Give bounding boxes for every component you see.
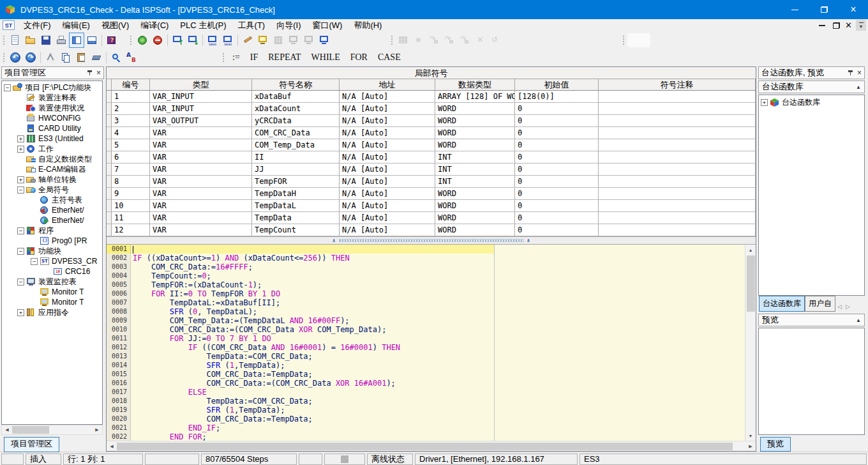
table-row[interactable]: 3VAR_OUTPUTyCRCDataN/A [Auto]WORD0 [107, 115, 756, 127]
table-editor-splitter[interactable]: ∧ ∧ [107, 236, 756, 245]
code-line[interactable]: 0011 FOR JJ:=0 TO 7 BY 1 DO [107, 334, 745, 343]
cell[interactable]: 0 [515, 115, 599, 126]
cell[interactable]: 5 [112, 139, 150, 151]
tree-item-10[interactable]: +轴单位转换 [2, 174, 102, 185]
cell[interactable]: VAR [150, 127, 252, 139]
expander-icon[interactable]: + [761, 99, 768, 106]
toolbar-overflow-button[interactable]: ▼ [856, 20, 866, 31]
pin-icon[interactable] [848, 70, 853, 76]
toolbar-grip[interactable] [130, 35, 132, 45]
cell[interactable]: INT [435, 151, 515, 163]
refresh-monitor-button[interactable] [317, 33, 332, 48]
code-text[interactable]: TempFOR:=(xDataCount-1); [131, 280, 262, 289]
cam-chart-button[interactable] [396, 33, 411, 48]
rotate-step-3-button[interactable] [457, 33, 472, 48]
cell[interactable]: N/A [Auto] [340, 127, 435, 139]
simulator-stop-button[interactable] [150, 33, 165, 48]
edit-mode-pen-button[interactable] [240, 33, 255, 48]
expander-icon[interactable]: + [17, 176, 24, 183]
menu-item-1[interactable]: 文件(F) [18, 20, 57, 31]
print-button[interactable] [54, 33, 69, 48]
expander-icon[interactable]: + [17, 146, 24, 153]
code-text[interactable]: END_FOR; [131, 432, 207, 441]
cell[interactable] [599, 164, 756, 175]
cell[interactable]: WORD [435, 200, 515, 211]
view-output-panel-button[interactable] [84, 33, 100, 48]
cell[interactable]: VAR [150, 200, 252, 211]
table-row[interactable]: 7VARJJN/A [Auto]INT0 [107, 164, 756, 176]
menu-item-8[interactable]: 窗口(W) [306, 20, 348, 31]
code-line[interactable]: 0007 TempDataL:=xDataBuf[II]; [107, 298, 745, 307]
help-book-button[interactable] [104, 33, 119, 48]
cell[interactable]: N/A [Auto] [340, 224, 435, 236]
menu-item-3[interactable]: 视图(V) [96, 20, 135, 31]
mdi-minimize-button[interactable] [816, 22, 828, 29]
cell[interactable]: TempDataH [252, 188, 340, 199]
cell[interactable]: WORD [435, 212, 515, 224]
cell[interactable]: TempDataL [252, 200, 340, 211]
copy-button[interactable] [58, 50, 73, 65]
st-for-button[interactable]: FOR [345, 52, 373, 63]
tab-user-defined[interactable]: 用户自 [805, 296, 835, 312]
cell[interactable]: N/A [Auto] [340, 91, 435, 102]
tree-item-18[interactable]: −DVPES3_CR [2, 256, 102, 266]
st-code-editor[interactable]: 00010002IF ((xDataCount>=1) AND (xDataCo… [107, 245, 756, 441]
code-text[interactable] [131, 245, 133, 254]
table-row[interactable]: 10VARTempDataLN/A [Auto]WORD0 [107, 200, 756, 212]
library-section-header[interactable]: 台达函数库 ▲ [758, 80, 865, 93]
cell[interactable]: VAR_INPUT [150, 91, 252, 102]
tree-item-1[interactable]: −项目 [F:\PLC功能块 [2, 82, 102, 93]
cell[interactable]: [128(0)] [515, 91, 599, 102]
cell[interactable]: COM_CRC_Data [252, 127, 340, 139]
cell[interactable] [599, 224, 756, 236]
cell[interactable]: xDataCount [252, 103, 340, 114]
tree-item-14[interactable]: EtherNet/ [2, 215, 102, 225]
pin-icon[interactable] [87, 70, 93, 76]
menu-item-5[interactable]: PLC 主机(P) [174, 20, 232, 31]
cell[interactable] [599, 176, 756, 187]
code-line[interactable]: 0014 SFR (1,TempData); [107, 361, 745, 370]
tree-item-9[interactable]: E-CAM编辑器 [2, 164, 102, 174]
code-line[interactable]: 0010 COM_CRC_Data:=(COM_CRC_Data XOR COM… [107, 325, 745, 334]
rotate-step-2-button[interactable] [442, 33, 457, 48]
st-case-button[interactable]: CASE [373, 52, 406, 63]
refresh-cam-button[interactable] [488, 33, 503, 48]
table-row[interactable]: 2VAR_INPUTxDataCountN/A [Auto]WORD0 [107, 103, 756, 115]
cell[interactable]: VAR [150, 212, 252, 224]
cell[interactable]: 6 [112, 151, 150, 163]
online-monitor-button[interactable] [205, 33, 220, 48]
cell[interactable]: 3 [112, 115, 150, 126]
cell[interactable] [599, 212, 756, 224]
cell[interactable]: N/A [Auto] [340, 151, 435, 163]
cell[interactable]: VAR [150, 151, 252, 163]
cell[interactable]: 0 [515, 200, 599, 211]
code-text[interactable]: TempCount:=0; [131, 271, 211, 280]
column-header-7[interactable]: 符号注释 [599, 79, 756, 90]
cell[interactable]: 4 [112, 127, 150, 139]
download-program-button[interactable] [185, 33, 200, 48]
cell[interactable]: N/A [Auto] [340, 164, 435, 175]
tree-item-21[interactable]: Monitor T [2, 287, 102, 297]
splitter-collapse-icon[interactable]: ∧ [527, 238, 530, 243]
cell[interactable]: TempCount [252, 224, 340, 236]
code-text[interactable]: IF ((xDataCount>=1) AND (xDataCount<=256… [131, 254, 350, 263]
table-row[interactable]: 4VARCOM_CRC_DataN/A [Auto]WORD0 [107, 127, 756, 139]
tabs-scroll-left-icon[interactable]: ◁ [835, 301, 844, 312]
column-header-4[interactable]: 地址 [340, 79, 435, 90]
tree-item-13[interactable]: EtherNet/ [2, 205, 102, 215]
cell[interactable]: 0 [515, 139, 599, 151]
cell[interactable]: COM_Temp_Data [252, 139, 340, 151]
table-row[interactable]: 5VARCOM_Temp_DataN/A [Auto]WORD0 [107, 139, 756, 151]
menu-item-4[interactable]: 编译(C) [135, 20, 174, 31]
code-line[interactable]: 0018 TempData:=COM_CRC_Data; [107, 397, 745, 406]
cell[interactable]: VAR [150, 188, 252, 199]
tree-item-12[interactable]: 主符号表 [2, 195, 102, 205]
rotate-step-1-button[interactable] [426, 33, 442, 48]
tree-item-20[interactable]: −装置监控表 [2, 277, 102, 287]
monitor-upload-button[interactable] [301, 33, 317, 48]
column-header-1[interactable]: 编号 [112, 79, 150, 90]
code-text[interactable]: COM_CRC_Data:=(COM_CRC_Data XOR COM_Temp… [131, 325, 386, 334]
toolbar-grip[interactable] [3, 52, 5, 63]
splitter-dots[interactable] [339, 239, 524, 242]
code-line[interactable]: 0012 IF ((COM_CRC_Data AND 16#0001) = 16… [107, 343, 745, 352]
